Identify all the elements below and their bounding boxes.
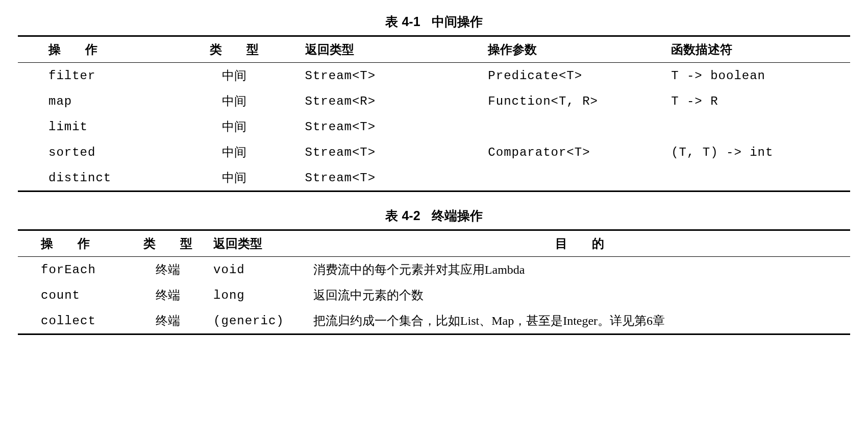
table-row: forEach 终端 void 消费流中的每个元素并对其应用Lambda	[18, 257, 850, 283]
cell-ret: Stream<R>	[301, 88, 484, 114]
table-4-1: 操 作 类 型 返回类型 操作参数 函数描述符 filter 中间 Stream…	[18, 35, 850, 192]
table-4-1-caption: 表 4-1中间操作	[18, 10, 850, 35]
cell-op: count	[18, 282, 126, 308]
table-row: collect 终端 (generic) 把流归约成一个集合，比如List、Ma…	[18, 308, 850, 334]
cell-param	[484, 114, 667, 139]
table-4-1-block: 表 4-1中间操作 操 作 类 型 返回类型 操作参数 函数描述符 filter…	[18, 10, 850, 192]
cell-op: collect	[18, 308, 126, 334]
th-param: 操作参数	[484, 36, 667, 63]
cell-param: Function<T, R>	[484, 88, 667, 114]
table-4-2-caption-title: 终端操作	[432, 208, 483, 223]
cell-purpose: 把流归约成一个集合，比如List、Map，甚至是Integer。详见第6章	[309, 308, 850, 334]
table-4-2-caption: 表 4-2终端操作	[18, 204, 850, 229]
th-type: 类 型	[168, 36, 301, 63]
cell-type: 中间	[168, 88, 301, 114]
cell-desc	[667, 165, 850, 191]
th-op: 操 作	[18, 36, 168, 63]
cell-ret: Stream<T>	[301, 63, 484, 89]
table-4-2-block: 表 4-2终端操作 操 作 类 型 返回类型 目 的 forEach 终端 vo…	[18, 204, 850, 335]
cell-param	[484, 165, 667, 191]
cell-purpose: 返回流中元素的个数	[309, 282, 850, 308]
cell-ret: Stream<T>	[301, 114, 484, 139]
cell-type: 中间	[168, 139, 301, 165]
table-4-2: 操 作 类 型 返回类型 目 的 forEach 终端 void 消费流中的每个…	[18, 229, 850, 335]
cell-op: map	[18, 88, 168, 114]
cell-ret: void	[209, 257, 309, 283]
cell-type: 终端	[126, 282, 209, 308]
cell-desc: (T, T) -> int	[667, 139, 850, 165]
table-4-1-caption-num: 表 4-1	[385, 14, 420, 29]
cell-type: 终端	[126, 308, 209, 334]
cell-ret: long	[209, 282, 309, 308]
cell-ret: Stream<T>	[301, 139, 484, 165]
cell-type: 中间	[168, 63, 301, 89]
cell-op: distinct	[18, 165, 168, 191]
cell-op: forEach	[18, 257, 126, 283]
th-desc: 函数描述符	[667, 36, 850, 63]
table-4-2-caption-num: 表 4-2	[385, 208, 420, 223]
table-row: map 中间 Stream<R> Function<T, R> T -> R	[18, 88, 850, 114]
cell-desc: T -> R	[667, 88, 850, 114]
cell-op: limit	[18, 114, 168, 139]
table-row: distinct 中间 Stream<T>	[18, 165, 850, 191]
table-row: sorted 中间 Stream<T> Comparator<T> (T, T)…	[18, 139, 850, 165]
cell-param: Comparator<T>	[484, 139, 667, 165]
table-4-1-caption-title: 中间操作	[432, 14, 483, 29]
table-row: count 终端 long 返回流中元素的个数	[18, 282, 850, 308]
th-op: 操 作	[18, 230, 126, 257]
cell-type: 中间	[168, 114, 301, 139]
cell-desc: T -> boolean	[667, 63, 850, 89]
th-purpose: 目 的	[309, 230, 850, 257]
table-row: filter 中间 Stream<T> Predicate<T> T -> bo…	[18, 63, 850, 89]
th-ret: 返回类型	[301, 36, 484, 63]
cell-desc	[667, 114, 850, 139]
th-type: 类 型	[126, 230, 209, 257]
cell-type: 终端	[126, 257, 209, 283]
cell-op: filter	[18, 63, 168, 89]
cell-ret: (generic)	[209, 308, 309, 334]
th-ret: 返回类型	[209, 230, 309, 257]
cell-param: Predicate<T>	[484, 63, 667, 89]
table-4-2-header-row: 操 作 类 型 返回类型 目 的	[18, 230, 850, 257]
cell-ret: Stream<T>	[301, 165, 484, 191]
table-row: limit 中间 Stream<T>	[18, 114, 850, 139]
cell-type: 中间	[168, 165, 301, 191]
cell-purpose: 消费流中的每个元素并对其应用Lambda	[309, 257, 850, 283]
table-4-1-header-row: 操 作 类 型 返回类型 操作参数 函数描述符	[18, 36, 850, 63]
cell-op: sorted	[18, 139, 168, 165]
